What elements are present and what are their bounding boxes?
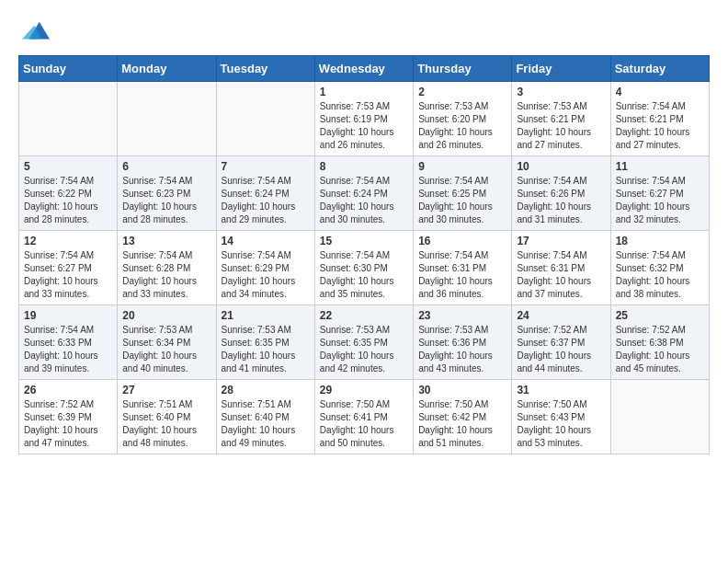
day-header-friday: Friday [512,56,610,82]
calendar-cell: 20Sunrise: 7:53 AMSunset: 6:34 PMDayligh… [118,305,216,380]
day-number: 1 [320,86,408,98]
day-number: 25 [616,309,704,322]
calendar-cell: 28Sunrise: 7:51 AMSunset: 6:40 PMDayligh… [216,380,314,454]
day-info: Sunrise: 7:54 AMSunset: 6:33 PMDaylight:… [24,324,112,375]
calendar-cell: 4Sunrise: 7:54 AMSunset: 6:21 PMDaylight… [610,82,709,156]
calendar-cell [610,380,709,454]
calendar-cell: 31Sunrise: 7:50 AMSunset: 6:43 PMDayligh… [512,380,610,454]
calendar-cell: 3Sunrise: 7:53 AMSunset: 6:21 PMDaylight… [512,82,610,156]
day-info: Sunrise: 7:54 AMSunset: 6:26 PMDaylight:… [517,175,605,226]
calendar-cell: 30Sunrise: 7:50 AMSunset: 6:42 PMDayligh… [414,380,512,454]
day-info: Sunrise: 7:54 AMSunset: 6:32 PMDaylight:… [616,249,704,301]
day-info: Sunrise: 7:52 AMSunset: 6:38 PMDaylight:… [616,324,704,375]
day-number: 29 [320,384,408,396]
day-number: 18 [616,235,704,247]
calendar-cell [118,82,216,156]
calendar-cell: 11Sunrise: 7:54 AMSunset: 6:27 PMDayligh… [610,156,709,231]
day-number: 23 [418,309,506,322]
day-number: 14 [222,235,310,247]
calendar-cell: 6Sunrise: 7:54 AMSunset: 6:23 PMDaylight… [118,156,216,231]
day-info: Sunrise: 7:51 AMSunset: 6:40 PMDaylight:… [122,398,210,450]
day-info: Sunrise: 7:53 AMSunset: 6:34 PMDaylight:… [122,324,210,375]
day-header-tuesday: Tuesday [216,56,314,82]
calendar-cell: 24Sunrise: 7:52 AMSunset: 6:37 PMDayligh… [512,305,610,380]
day-info: Sunrise: 7:54 AMSunset: 6:24 PMDaylight:… [320,175,408,226]
calendar-cell: 2Sunrise: 7:53 AMSunset: 6:20 PMDaylight… [414,82,512,156]
day-info: Sunrise: 7:53 AMSunset: 6:35 PMDaylight:… [320,324,408,375]
calendar-cell: 14Sunrise: 7:54 AMSunset: 6:29 PMDayligh… [216,231,314,305]
calendar-cell: 23Sunrise: 7:53 AMSunset: 6:36 PMDayligh… [414,305,512,380]
calendar-cell: 27Sunrise: 7:51 AMSunset: 6:40 PMDayligh… [118,380,216,454]
logo-icon [22,18,50,46]
day-info: Sunrise: 7:54 AMSunset: 6:21 PMDaylight:… [616,100,704,152]
calendar-cell: 9Sunrise: 7:54 AMSunset: 6:25 PMDaylight… [414,156,512,231]
calendar-cell: 12Sunrise: 7:54 AMSunset: 6:27 PMDayligh… [19,231,118,305]
calendar-cell: 8Sunrise: 7:54 AMSunset: 6:24 PMDaylight… [314,156,413,231]
day-number: 15 [320,235,408,247]
calendar-header-row: SundayMondayTuesdayWednesdayThursdayFrid… [19,56,710,82]
day-info: Sunrise: 7:53 AMSunset: 6:20 PMDaylight:… [418,100,506,152]
day-info: Sunrise: 7:54 AMSunset: 6:27 PMDaylight:… [616,175,704,226]
day-info: Sunrise: 7:54 AMSunset: 6:31 PMDaylight:… [517,249,605,301]
day-info: Sunrise: 7:54 AMSunset: 6:27 PMDaylight:… [24,249,112,301]
day-info: Sunrise: 7:54 AMSunset: 6:23 PMDaylight:… [122,175,210,226]
day-info: Sunrise: 7:51 AMSunset: 6:40 PMDaylight:… [222,398,310,450]
day-number: 11 [616,160,704,173]
day-info: Sunrise: 7:50 AMSunset: 6:43 PMDaylight:… [517,398,605,450]
calendar-cell: 7Sunrise: 7:54 AMSunset: 6:24 PMDaylight… [216,156,314,231]
calendar-cell: 25Sunrise: 7:52 AMSunset: 6:38 PMDayligh… [610,305,709,380]
day-info: Sunrise: 7:54 AMSunset: 6:25 PMDaylight:… [418,175,506,226]
day-info: Sunrise: 7:54 AMSunset: 6:22 PMDaylight:… [24,175,112,226]
calendar-week-row: 5Sunrise: 7:54 AMSunset: 6:22 PMDaylight… [19,156,710,231]
day-info: Sunrise: 7:54 AMSunset: 6:31 PMDaylight:… [418,249,506,301]
day-number: 17 [517,235,605,247]
day-info: Sunrise: 7:54 AMSunset: 6:30 PMDaylight:… [320,249,408,301]
day-info: Sunrise: 7:54 AMSunset: 6:28 PMDaylight:… [122,249,210,301]
day-number: 9 [418,160,506,173]
day-info: Sunrise: 7:54 AMSunset: 6:24 PMDaylight:… [222,175,310,226]
day-number: 13 [122,235,210,247]
day-info: Sunrise: 7:53 AMSunset: 6:19 PMDaylight:… [320,100,408,152]
calendar-cell: 18Sunrise: 7:54 AMSunset: 6:32 PMDayligh… [610,231,709,305]
calendar-cell: 29Sunrise: 7:50 AMSunset: 6:41 PMDayligh… [314,380,413,454]
calendar-cell: 17Sunrise: 7:54 AMSunset: 6:31 PMDayligh… [512,231,610,305]
day-number: 30 [418,384,506,396]
day-number: 21 [222,309,310,322]
day-header-saturday: Saturday [610,56,709,82]
day-number: 26 [24,384,112,396]
day-number: 12 [24,235,112,247]
calendar-cell: 1Sunrise: 7:53 AMSunset: 6:19 PMDaylight… [314,82,413,156]
calendar-cell: 13Sunrise: 7:54 AMSunset: 6:28 PMDayligh… [118,231,216,305]
day-info: Sunrise: 7:50 AMSunset: 6:42 PMDaylight:… [418,398,506,450]
day-number: 27 [122,384,210,396]
day-number: 28 [222,384,310,396]
day-info: Sunrise: 7:53 AMSunset: 6:35 PMDaylight:… [222,324,310,375]
calendar-cell: 16Sunrise: 7:54 AMSunset: 6:31 PMDayligh… [414,231,512,305]
day-info: Sunrise: 7:54 AMSunset: 6:29 PMDaylight:… [222,249,310,301]
day-info: Sunrise: 7:53 AMSunset: 6:36 PMDaylight:… [418,324,506,375]
day-number: 2 [418,86,506,98]
day-info: Sunrise: 7:52 AMSunset: 6:37 PMDaylight:… [517,324,605,375]
day-header-wednesday: Wednesday [314,56,413,82]
calendar-week-row: 26Sunrise: 7:52 AMSunset: 6:39 PMDayligh… [19,380,710,454]
calendar-cell: 19Sunrise: 7:54 AMSunset: 6:33 PMDayligh… [19,305,118,380]
day-number: 10 [517,160,605,173]
day-header-sunday: Sunday [19,56,118,82]
calendar-cell: 26Sunrise: 7:52 AMSunset: 6:39 PMDayligh… [19,380,118,454]
day-info: Sunrise: 7:52 AMSunset: 6:39 PMDaylight:… [24,398,112,450]
calendar-week-row: 1Sunrise: 7:53 AMSunset: 6:19 PMDaylight… [19,82,710,156]
calendar-cell [216,82,314,156]
day-number: 22 [320,309,408,322]
day-header-thursday: Thursday [414,56,512,82]
day-number: 8 [320,160,408,173]
day-info: Sunrise: 7:50 AMSunset: 6:41 PMDaylight:… [320,398,408,450]
day-number: 31 [517,384,605,396]
calendar-cell: 10Sunrise: 7:54 AMSunset: 6:26 PMDayligh… [512,156,610,231]
day-number: 3 [517,86,605,98]
calendar-cell: 15Sunrise: 7:54 AMSunset: 6:30 PMDayligh… [314,231,413,305]
day-number: 4 [616,86,704,98]
logo [18,18,50,46]
calendar-table: SundayMondayTuesdayWednesdayThursdayFrid… [18,55,710,454]
calendar-cell: 22Sunrise: 7:53 AMSunset: 6:35 PMDayligh… [314,305,413,380]
day-number: 16 [418,235,506,247]
